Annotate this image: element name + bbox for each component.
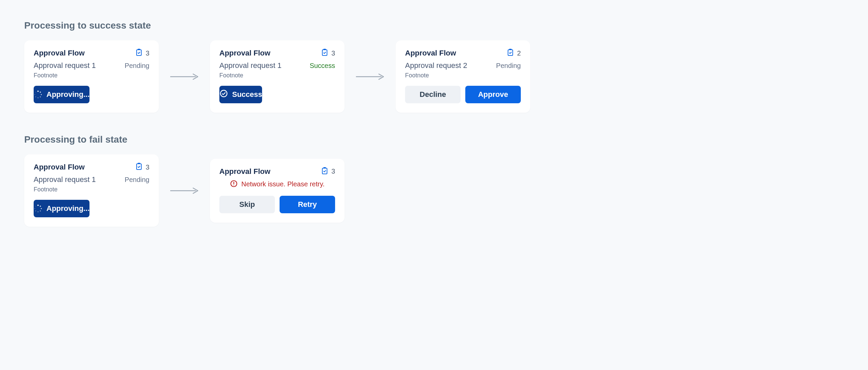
status-text: Pending: [125, 176, 149, 184]
card-title: Approval Flow: [34, 163, 85, 172]
approving-button-label: Approving...: [46, 90, 90, 99]
svg-point-1: [37, 91, 39, 92]
request-subtitle: Approval request 2: [405, 61, 467, 70]
footnote-text: Footnote: [34, 72, 149, 79]
request-subtitle: Approval request 1: [219, 61, 282, 70]
footnote-text: Footnote: [34, 186, 149, 193]
card-title: Approval Flow: [219, 49, 271, 58]
svg-point-5: [38, 97, 39, 98]
success-button[interactable]: Success: [219, 86, 262, 103]
svg-point-18: [40, 210, 41, 211]
card-title: Approval Flow: [219, 167, 271, 176]
svg-point-17: [41, 208, 42, 209]
clipboard-icon: [321, 49, 329, 58]
footnote-text: Footnote: [219, 72, 335, 79]
status-text: Pending: [496, 62, 521, 70]
svg-point-6: [35, 96, 36, 97]
svg-point-2: [40, 92, 41, 92]
approval-card-approving: Approval Flow 3 Approval request 1 Pendi…: [24, 154, 159, 227]
svg-point-8: [35, 92, 36, 92]
status-text: Success: [310, 62, 335, 70]
svg-point-15: [37, 205, 39, 206]
svg-point-19: [38, 211, 39, 212]
approving-button[interactable]: Approving...: [34, 86, 90, 103]
svg-point-16: [40, 206, 41, 207]
svg-point-3: [41, 94, 42, 95]
alert-circle-icon: [230, 180, 238, 189]
svg-point-21: [34, 208, 35, 209]
spinner-icon: [34, 90, 42, 99]
svg-point-20: [35, 211, 36, 212]
request-subtitle: Approval request 1: [34, 175, 96, 184]
card-title: Approval Flow: [34, 49, 85, 58]
count-badge: 2: [517, 50, 521, 57]
svg-rect-13: [508, 50, 513, 56]
count-badge: 3: [331, 50, 335, 57]
approving-button-label: Approving...: [46, 204, 90, 213]
section-title-fail: Processing to fail state: [24, 134, 844, 145]
arrow-icon: [167, 187, 202, 195]
svg-point-7: [34, 94, 35, 95]
spinner-icon: [34, 204, 42, 213]
check-circle-icon: [219, 89, 228, 100]
skip-button[interactable]: Skip: [219, 196, 275, 213]
svg-rect-24: [322, 168, 327, 174]
svg-point-27: [234, 185, 234, 185]
success-button-label: Success: [232, 90, 262, 99]
count-badge: 3: [146, 163, 149, 171]
approve-button[interactable]: Approve: [465, 86, 521, 103]
svg-rect-0: [136, 50, 141, 56]
clipboard-icon: [506, 49, 515, 58]
approval-card-success: Approval Flow 3 Approval request 1 Succe…: [210, 40, 344, 113]
footnote-text: Footnote: [405, 72, 521, 79]
svg-point-22: [35, 206, 36, 207]
approval-card-pending: Approval Flow 2 Approval request 2 Pendi…: [396, 40, 530, 113]
card-title: Approval Flow: [405, 49, 456, 58]
retry-button[interactable]: Retry: [280, 196, 335, 213]
approving-button[interactable]: Approving...: [34, 200, 90, 217]
error-message: Network issue. Please retry.: [241, 180, 325, 188]
count-badge: 3: [146, 50, 149, 57]
arrow-icon: [167, 73, 202, 81]
clipboard-icon: [321, 167, 329, 176]
approval-card-error: Approval Flow 3 Network issue. Please re…: [210, 159, 344, 223]
section-title-success: Processing to success state: [24, 20, 844, 31]
fail-flow-row: Approval Flow 3 Approval request 1 Pendi…: [24, 154, 844, 227]
arrow-icon: [352, 73, 388, 81]
svg-rect-10: [322, 50, 327, 56]
success-flow-row: Approval Flow 3 Approval request 1 Pendi…: [24, 40, 844, 113]
count-badge: 3: [331, 167, 335, 175]
clipboard-icon: [135, 49, 143, 58]
clipboard-icon: [135, 162, 143, 172]
svg-rect-14: [136, 164, 141, 169]
status-text: Pending: [125, 62, 149, 70]
request-subtitle: Approval request 1: [34, 61, 96, 70]
svg-point-4: [40, 96, 41, 97]
decline-button[interactable]: Decline: [405, 86, 461, 103]
approval-card-approving: Approval Flow 3 Approval request 1 Pendi…: [24, 40, 159, 113]
